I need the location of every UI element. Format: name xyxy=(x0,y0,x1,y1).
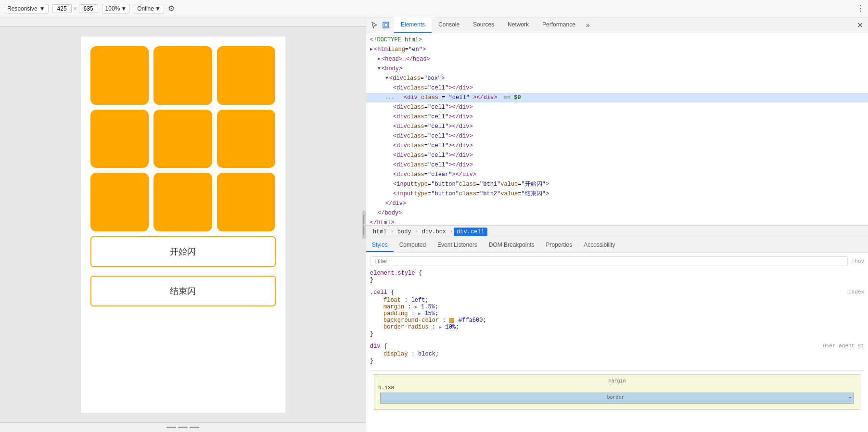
color-swatch[interactable] xyxy=(449,318,454,323)
breadcrumb-divcell[interactable]: div.cell xyxy=(454,228,487,236)
btn2-row: 结束闪 xyxy=(90,276,276,310)
tab-performance[interactable]: Performance xyxy=(536,17,582,33)
svg-rect-0 xyxy=(383,22,389,28)
height-input[interactable] xyxy=(79,4,98,13)
settings-icon[interactable]: ⚙ xyxy=(168,4,175,13)
filter-hov-toggle[interactable]: :hov xyxy=(852,258,864,264)
tab-elements[interactable]: Elements xyxy=(394,17,432,33)
style-prop-float: float : left; xyxy=(370,297,864,304)
style-source-cell[interactable]: index xyxy=(848,289,864,295)
margin-value: 6.138 xyxy=(378,385,394,391)
dom-line-html-close: </html> xyxy=(366,218,868,226)
dom-line-btn2[interactable]: <input type = "button" class = "btn2" va… xyxy=(366,189,868,199)
breadcrumb-sep-3: › xyxy=(450,229,453,234)
dom-line-cell-4[interactable]: <div class = "cell" ></div> xyxy=(366,112,868,122)
responsive-arrow: ▼ xyxy=(39,5,45,12)
margin-expand-arrow[interactable]: ▶ xyxy=(415,305,418,310)
breadcrumb-body[interactable]: body xyxy=(395,228,414,236)
dot-1 xyxy=(166,427,176,428)
page-frame: 开始闪 结束闪 xyxy=(81,37,285,413)
cell-8 xyxy=(153,173,212,231)
dot-3 xyxy=(190,427,199,428)
bottom-dots xyxy=(166,427,199,428)
dom-line-cell-1[interactable]: <div class = "cell" ></div> xyxy=(366,83,868,93)
html-arrow[interactable]: ▶ xyxy=(370,45,373,54)
box-arrow[interactable]: ▼ xyxy=(385,74,388,83)
style-rule-cell: .cell { index float : left; margin : ▶ 1… xyxy=(370,289,864,337)
style-prop-margin: margin : ▶ 1.5%; xyxy=(370,304,864,310)
cell-5 xyxy=(153,110,212,168)
breadcrumb-sep-2: › xyxy=(415,229,418,234)
style-rule-close-element: } xyxy=(370,277,864,283)
btn1-row: 开始闪 xyxy=(90,236,276,271)
filter-input[interactable] xyxy=(370,256,848,266)
resize-handle[interactable] xyxy=(362,210,366,239)
margin-row: 6.138 xyxy=(378,385,856,391)
cell-3 xyxy=(217,46,276,105)
dom-line-body-close: </body> xyxy=(366,208,868,218)
head-arrow[interactable]: ▶ xyxy=(378,55,381,64)
tab-event-listeners[interactable]: Event Listeners xyxy=(432,238,483,252)
padding-expand-arrow[interactable]: ▶ xyxy=(418,311,421,317)
tab-properties[interactable]: Properties xyxy=(540,238,578,252)
dom-line-head[interactable]: ▶ <head> … </head> xyxy=(366,54,868,64)
dom-line-cell-3[interactable]: <div class = "cell" ></div> xyxy=(366,102,868,112)
dom-line-box[interactable]: ▼ <div class = "box" > xyxy=(366,74,868,83)
inspect-icon[interactable] xyxy=(382,21,390,29)
more-options-icon[interactable]: ⋮ xyxy=(856,4,864,13)
breadcrumb-bar: html › body › div.box › div.cell xyxy=(366,226,868,238)
dom-line-cell-8[interactable]: <div class = "cell" ></div> xyxy=(366,151,868,160)
styles-content: :hov element.style { } .cell { index xyxy=(366,253,868,432)
top-toolbar: Responsive ▼ × 100% ▼ Online ▼ ⚙ ⋮ xyxy=(0,0,868,17)
border-radius-expand-arrow[interactable]: ▶ xyxy=(439,325,442,330)
start-flash-button[interactable]: 开始闪 xyxy=(90,236,276,267)
end-flash-button[interactable]: 结束闪 xyxy=(90,276,276,306)
box-model-panel: margin 6.138 border – xyxy=(370,370,864,414)
breadcrumb-html[interactable]: html xyxy=(370,228,390,236)
cell-4 xyxy=(90,110,149,168)
dom-line-btn1[interactable]: <input type = "button" class = "btn1" va… xyxy=(366,179,868,189)
preview-pane: 开始闪 结束闪 xyxy=(0,17,366,432)
cursor-icon[interactable] xyxy=(370,21,379,29)
tab-network[interactable]: Network xyxy=(501,17,536,33)
tab-computed[interactable]: Computed xyxy=(394,238,432,252)
dim-separator: × xyxy=(74,5,77,12)
dom-line-html[interactable]: ▶ <html lang = "en" > xyxy=(366,45,868,54)
dom-line-cell-9[interactable]: <div class = "cell" ></div> xyxy=(366,160,868,170)
dot-2 xyxy=(178,427,188,428)
responsive-label: Responsive xyxy=(7,5,38,12)
tab-dom-breakpoints[interactable]: DOM Breakpoints xyxy=(483,238,540,252)
dom-line-body[interactable]: ▼ <body> xyxy=(366,64,868,74)
dom-line-cell-5[interactable]: <div class = "cell" ></div> xyxy=(366,122,868,131)
dom-line-clear[interactable]: <div class = "clear" ></div> xyxy=(366,170,868,179)
body-arrow[interactable]: ▼ xyxy=(378,64,381,73)
breadcrumb-divbox[interactable]: div.box xyxy=(419,228,449,236)
main-area: 开始闪 结束闪 xyxy=(0,17,868,432)
filter-bar: :hov xyxy=(370,256,864,266)
width-input[interactable] xyxy=(52,4,72,13)
devtools-close-button[interactable]: ✕ xyxy=(852,17,868,33)
zoom-selector[interactable]: 100% ▼ xyxy=(102,4,130,13)
tab-more[interactable]: » xyxy=(582,17,594,33)
responsive-selector[interactable]: Responsive ▼ xyxy=(4,4,49,13)
box-model-viz: margin 6.138 border – xyxy=(374,374,860,410)
devtools-tab-icons xyxy=(366,17,394,33)
preview-bottom-bar xyxy=(0,422,366,432)
tab-accessibility[interactable]: Accessibility xyxy=(578,238,621,252)
tab-console[interactable]: Console xyxy=(432,17,466,33)
dom-panel: <!DOCTYPE html> ▶ <html lang = "en" > ▶ … xyxy=(366,33,868,226)
zoom-label: 100% xyxy=(105,5,120,12)
style-selector-cell: .cell { index xyxy=(370,289,864,296)
preview-content: 开始闪 结束闪 xyxy=(0,27,366,422)
border-label-inner: border – xyxy=(383,395,852,400)
style-prop-borderradius: border-radius : ▶ 10%; xyxy=(370,324,864,330)
dom-line-cell-6[interactable]: <div class = "cell" ></div> xyxy=(366,131,868,141)
dom-line-cell-2-highlighted[interactable]: ... <div class = "cell" ></div> == $0 xyxy=(366,93,868,102)
tab-styles[interactable]: Styles xyxy=(366,238,394,252)
style-prop-display: display : block; xyxy=(370,351,864,357)
tab-sources[interactable]: Sources xyxy=(466,17,501,33)
network-selector[interactable]: Online ▼ xyxy=(134,4,164,13)
style-source-div[interactable]: user agent st xyxy=(823,343,864,349)
dom-line-cell-7[interactable]: <div class = "cell" ></div> xyxy=(366,141,868,151)
svg-rect-1 xyxy=(384,24,387,26)
